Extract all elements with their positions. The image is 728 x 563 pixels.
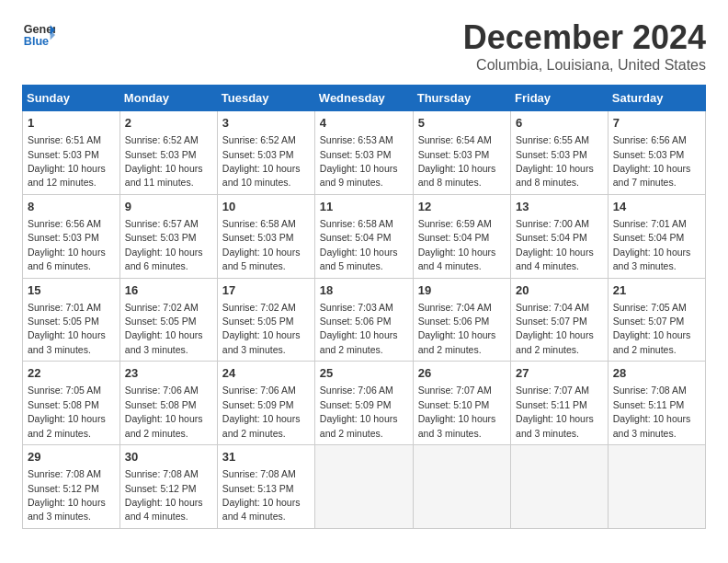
calendar-week-row: 29 Sunrise: 7:08 AMSunset: 5:12 PMDaylig… (23, 445, 706, 529)
day-number: 5 (418, 115, 506, 132)
calendar-day-cell (314, 445, 413, 529)
day-number: 23 (125, 365, 212, 382)
calendar-day-cell: 28 Sunrise: 7:08 AMSunset: 5:11 PMDaylig… (608, 362, 705, 445)
weekday-header: Tuesday (217, 86, 314, 111)
day-number: 1 (28, 115, 115, 132)
calendar-day-cell: 8 Sunrise: 6:56 AMSunset: 5:03 PMDayligh… (23, 194, 120, 278)
calendar-day-cell: 21 Sunrise: 7:05 AMSunset: 5:07 PMDaylig… (608, 278, 705, 362)
day-info: Sunrise: 6:59 AMSunset: 5:04 PMDaylight:… (418, 218, 496, 271)
calendar-day-cell (608, 445, 705, 529)
calendar-day-cell: 23 Sunrise: 7:06 AMSunset: 5:08 PMDaylig… (119, 362, 217, 445)
day-number: 8 (28, 199, 115, 215)
calendar-day-cell: 25 Sunrise: 7:06 AMSunset: 5:09 PMDaylig… (314, 362, 413, 445)
day-number: 26 (418, 365, 506, 382)
day-info: Sunrise: 6:58 AMSunset: 5:03 PMDaylight:… (222, 218, 301, 271)
weekday-header: Sunday (23, 86, 120, 111)
day-info: Sunrise: 6:57 AMSunset: 5:03 PMDaylight:… (125, 218, 203, 271)
day-info: Sunrise: 7:08 AMSunset: 5:12 PMDaylight:… (28, 468, 106, 522)
calendar-day-cell: 4 Sunrise: 6:53 AMSunset: 5:03 PMDayligh… (314, 111, 413, 195)
page-header: General Blue December 2024 Columbia, Lou… (22, 18, 706, 74)
calendar-day-cell: 5 Sunrise: 6:54 AMSunset: 5:03 PMDayligh… (413, 111, 510, 195)
calendar-day-cell: 20 Sunrise: 7:04 AMSunset: 5:07 PMDaylig… (511, 278, 609, 362)
day-number: 2 (125, 115, 212, 132)
location-title: Columbia, Louisiana, United States (463, 57, 706, 74)
day-number: 17 (222, 282, 310, 299)
calendar-day-cell: 10 Sunrise: 6:58 AMSunset: 5:03 PMDaylig… (217, 194, 314, 278)
calendar-day-cell: 22 Sunrise: 7:05 AMSunset: 5:08 PMDaylig… (23, 362, 120, 445)
weekday-header: Saturday (608, 86, 705, 111)
day-info: Sunrise: 7:03 AMSunset: 5:06 PMDaylight:… (320, 302, 398, 355)
day-info: Sunrise: 6:58 AMSunset: 5:04 PMDaylight:… (320, 218, 398, 271)
day-number: 7 (613, 115, 700, 132)
day-number: 29 (28, 449, 115, 465)
calendar-day-cell: 24 Sunrise: 7:06 AMSunset: 5:09 PMDaylig… (217, 362, 314, 445)
day-number: 28 (613, 365, 700, 382)
day-info: Sunrise: 7:04 AMSunset: 5:07 PMDaylight:… (516, 302, 594, 355)
day-info: Sunrise: 6:54 AMSunset: 5:03 PMDaylight:… (418, 134, 496, 188)
day-info: Sunrise: 7:00 AMSunset: 5:04 PMDaylight:… (516, 218, 594, 271)
calendar-day-cell: 29 Sunrise: 7:08 AMSunset: 5:12 PMDaylig… (23, 445, 120, 529)
calendar-day-cell: 31 Sunrise: 7:08 AMSunset: 5:13 PMDaylig… (217, 445, 314, 529)
calendar-day-cell: 11 Sunrise: 6:58 AMSunset: 5:04 PMDaylig… (314, 194, 413, 278)
calendar-week-row: 1 Sunrise: 6:51 AMSunset: 5:03 PMDayligh… (23, 111, 706, 195)
title-section: December 2024 Columbia, Louisiana, Unite… (463, 18, 706, 74)
day-number: 22 (28, 365, 115, 382)
day-info: Sunrise: 7:07 AMSunset: 5:11 PMDaylight:… (516, 385, 594, 438)
day-number: 10 (222, 199, 310, 215)
day-number: 11 (320, 199, 408, 215)
calendar-day-cell: 27 Sunrise: 7:07 AMSunset: 5:11 PMDaylig… (511, 362, 609, 445)
day-info: Sunrise: 7:06 AMSunset: 5:09 PMDaylight:… (222, 385, 301, 438)
weekday-header-row: SundayMondayTuesdayWednesdayThursdayFrid… (23, 86, 706, 111)
calendar-day-cell (511, 445, 609, 529)
day-info: Sunrise: 6:53 AMSunset: 5:03 PMDaylight:… (320, 134, 398, 188)
day-info: Sunrise: 6:52 AMSunset: 5:03 PMDaylight:… (222, 134, 301, 188)
day-info: Sunrise: 6:51 AMSunset: 5:03 PMDaylight:… (28, 134, 106, 188)
day-info: Sunrise: 6:56 AMSunset: 5:03 PMDaylight:… (613, 134, 691, 188)
day-number: 16 (125, 282, 212, 299)
day-info: Sunrise: 7:05 AMSunset: 5:08 PMDaylight:… (28, 385, 106, 438)
day-info: Sunrise: 7:02 AMSunset: 5:05 PMDaylight:… (125, 302, 203, 355)
calendar-day-cell: 18 Sunrise: 7:03 AMSunset: 5:06 PMDaylig… (314, 278, 413, 362)
logo: General Blue (22, 18, 55, 52)
calendar-week-row: 15 Sunrise: 7:01 AMSunset: 5:05 PMDaylig… (23, 278, 706, 362)
calendar-day-cell (413, 445, 510, 529)
day-number: 3 (222, 115, 310, 132)
calendar-day-cell: 2 Sunrise: 6:52 AMSunset: 5:03 PMDayligh… (119, 111, 217, 195)
day-info: Sunrise: 7:07 AMSunset: 5:10 PMDaylight:… (418, 385, 496, 438)
day-number: 30 (125, 449, 212, 465)
day-info: Sunrise: 7:08 AMSunset: 5:13 PMDaylight:… (222, 468, 301, 522)
calendar-day-cell: 9 Sunrise: 6:57 AMSunset: 5:03 PMDayligh… (119, 194, 217, 278)
day-number: 21 (613, 282, 700, 299)
day-info: Sunrise: 6:52 AMSunset: 5:03 PMDaylight:… (125, 134, 203, 188)
day-info: Sunrise: 7:06 AMSunset: 5:09 PMDaylight:… (320, 385, 398, 438)
calendar-week-row: 8 Sunrise: 6:56 AMSunset: 5:03 PMDayligh… (23, 194, 706, 278)
day-info: Sunrise: 7:08 AMSunset: 5:11 PMDaylight:… (613, 385, 691, 438)
day-number: 13 (516, 199, 603, 215)
day-number: 12 (418, 199, 506, 215)
day-info: Sunrise: 6:55 AMSunset: 5:03 PMDaylight:… (516, 134, 594, 188)
calendar-week-row: 22 Sunrise: 7:05 AMSunset: 5:08 PMDaylig… (23, 362, 706, 445)
day-number: 27 (516, 365, 603, 382)
day-info: Sunrise: 7:04 AMSunset: 5:06 PMDaylight:… (418, 302, 496, 355)
calendar-day-cell: 30 Sunrise: 7:08 AMSunset: 5:12 PMDaylig… (119, 445, 217, 529)
day-number: 25 (320, 365, 408, 382)
calendar-day-cell: 26 Sunrise: 7:07 AMSunset: 5:10 PMDaylig… (413, 362, 510, 445)
weekday-header: Friday (511, 86, 609, 111)
day-number: 4 (320, 115, 408, 132)
day-info: Sunrise: 7:05 AMSunset: 5:07 PMDaylight:… (613, 302, 691, 355)
calendar-day-cell: 16 Sunrise: 7:02 AMSunset: 5:05 PMDaylig… (119, 278, 217, 362)
calendar-day-cell: 1 Sunrise: 6:51 AMSunset: 5:03 PMDayligh… (23, 111, 120, 195)
weekday-header: Thursday (413, 86, 510, 111)
logo-icon: General Blue (22, 18, 55, 52)
day-info: Sunrise: 7:01 AMSunset: 5:05 PMDaylight:… (28, 302, 106, 355)
calendar-table: SundayMondayTuesdayWednesdayThursdayFrid… (22, 85, 706, 529)
calendar-day-cell: 6 Sunrise: 6:55 AMSunset: 5:03 PMDayligh… (511, 111, 609, 195)
day-number: 6 (516, 115, 603, 132)
calendar-day-cell: 19 Sunrise: 7:04 AMSunset: 5:06 PMDaylig… (413, 278, 510, 362)
month-title: December 2024 (463, 18, 706, 57)
calendar-day-cell: 15 Sunrise: 7:01 AMSunset: 5:05 PMDaylig… (23, 278, 120, 362)
calendar-day-cell: 17 Sunrise: 7:02 AMSunset: 5:05 PMDaylig… (217, 278, 314, 362)
day-info: Sunrise: 7:02 AMSunset: 5:05 PMDaylight:… (222, 302, 301, 355)
day-number: 24 (222, 365, 310, 382)
calendar-day-cell: 14 Sunrise: 7:01 AMSunset: 5:04 PMDaylig… (608, 194, 705, 278)
